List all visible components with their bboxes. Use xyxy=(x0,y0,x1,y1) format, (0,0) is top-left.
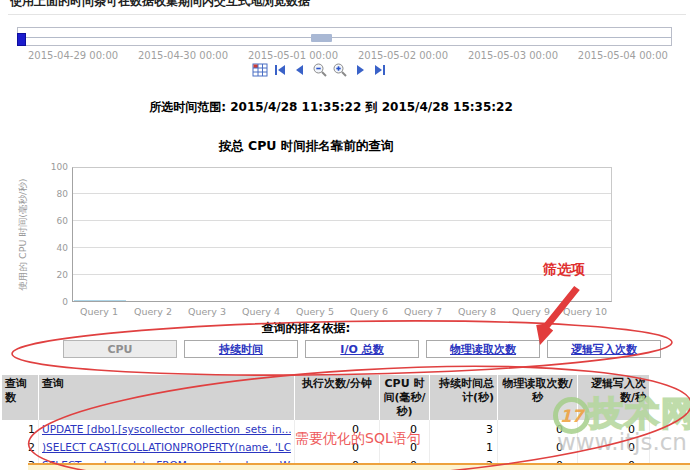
timeline-track[interactable] xyxy=(17,27,672,46)
row-number: 2 xyxy=(2,438,39,456)
zoom-in-icon[interactable] xyxy=(331,61,348,78)
skip-to-end-icon[interactable] xyxy=(371,61,388,78)
y-tick: 100 xyxy=(40,162,68,172)
bar-series xyxy=(73,168,611,301)
y-tick: 60 xyxy=(40,216,68,226)
rank-button-duration[interactable]: 持续时间 xyxy=(184,340,298,358)
date-label: 2015-05-03 00:00 xyxy=(468,50,558,61)
filter-annotation-label: 筛选项 xyxy=(543,261,585,279)
timeline-date-labels: 2015-04-29 00:00 2015-04-30 00:00 2015-0… xyxy=(28,50,668,61)
y-axis-ticks: 100 80 60 40 20 0 xyxy=(40,162,68,307)
timeline-toolbar xyxy=(251,61,388,78)
zoom-out-icon[interactable] xyxy=(311,61,328,78)
watermark-url: www.itjs.cn xyxy=(557,429,687,455)
panel-divider xyxy=(8,14,686,15)
cell-duration: 1 xyxy=(430,438,498,456)
date-label: 2015-04-29 00:00 xyxy=(28,50,118,61)
x-tick: Query 8 xyxy=(450,306,504,317)
y-axis-label: 使用的 CPU 时间(毫秒/秒) xyxy=(17,155,30,315)
header-query: 查询 xyxy=(39,375,295,420)
date-label: 2015-05-04 00:00 xyxy=(578,50,668,61)
y-tick: 80 xyxy=(40,189,68,199)
x-tick: Query 4 xyxy=(234,306,288,317)
rank-button-logical-writes[interactable]: 逻辑写入次数 xyxy=(547,340,661,358)
step-forward-icon[interactable] xyxy=(351,61,368,78)
time-range-label: 所选时间范围: xyxy=(149,100,226,114)
y-tick: 40 xyxy=(40,243,68,253)
rank-button-row: CPU 持续时间 I/O 总数 物理读取次数 逻辑写入次数 xyxy=(63,340,661,358)
skip-to-start-icon[interactable] xyxy=(271,61,288,78)
x-tick: Query 5 xyxy=(288,306,342,317)
date-label: 2015-05-01 00:00 xyxy=(248,50,338,61)
x-tick: Query 3 xyxy=(180,306,234,317)
x-tick: Query 2 xyxy=(126,306,180,317)
optimize-annotation-label: 需要优化的SQL语句 xyxy=(295,430,421,448)
report-page: 使用上面的时间条可在数据收集期间内交互式地浏览数据 2015-04-29 00:… xyxy=(0,0,690,470)
rank-button-cpu[interactable]: CPU xyxy=(63,340,177,358)
query-link[interactable]: UPDATE [dbo].[syscollector_collection_se… xyxy=(42,423,291,435)
header-exec-per-min: 执行次数/分钟 xyxy=(295,375,380,420)
bar-chart-plot-area xyxy=(72,167,612,302)
query-link[interactable]: )SELECT CAST(COLLATIONPROPERTY(name, 'LC… xyxy=(42,441,291,453)
cell-duration: 3 xyxy=(430,420,498,438)
time-range-start: 2015/4/28 11:35:22 xyxy=(230,100,361,114)
step-back-icon[interactable] xyxy=(291,61,308,78)
selected-time-range: 所选时间范围: 2015/4/28 11:35:22 到 2015/4/28 1… xyxy=(0,99,690,116)
y-tick: 0 xyxy=(40,297,68,307)
x-tick: Query 7 xyxy=(396,306,450,317)
x-tick: Query 1 xyxy=(72,306,126,317)
selected-range-indicator[interactable] xyxy=(311,34,332,42)
time-range-end: 2015/4/28 15:35:22 xyxy=(382,100,513,114)
clipped-instruction-text: 使用上面的时间条可在数据收集期间内交互式地浏览数据 xyxy=(10,0,310,10)
timeline-midline xyxy=(18,37,671,38)
header-cpu-time: CPU 时间(毫秒/秒) xyxy=(380,375,430,420)
bar-query-1 xyxy=(74,300,126,301)
header-query-count: 查询数 xyxy=(2,375,39,420)
y-tick: 20 xyxy=(40,270,68,280)
highlight-strip xyxy=(28,463,690,470)
rank-button-physical-reads[interactable]: 物理读取次数 xyxy=(426,340,540,358)
date-label: 2015-05-02 00:00 xyxy=(358,50,448,61)
time-range-joiner: 到 xyxy=(366,100,378,114)
calendar-icon[interactable] xyxy=(251,61,268,78)
x-tick: Query 6 xyxy=(342,306,396,317)
x-axis-labels: Query 1 Query 2 Query 3 Query 4 Query 5 … xyxy=(72,306,612,317)
timeline-handle[interactable] xyxy=(17,33,26,46)
row-number: 1 xyxy=(2,420,39,438)
chart-title: 按总 CPU 时间排名靠前的查询 xyxy=(0,138,612,155)
query-table: 查询数 查询 执行次数/分钟 CPU 时间(毫秒/秒) 持续时间总计(秒) 物理… xyxy=(2,375,650,470)
rank-button-io-total[interactable]: I/O 总数 xyxy=(305,340,419,358)
x-tick: Query 10 xyxy=(558,306,612,317)
header-duration-total: 持续时间总计(秒) xyxy=(430,375,498,420)
rank-basis-label: 查询的排名依据: xyxy=(0,320,612,337)
date-label: 2015-04-30 00:00 xyxy=(138,50,228,61)
x-tick: Query 9 xyxy=(504,306,558,317)
